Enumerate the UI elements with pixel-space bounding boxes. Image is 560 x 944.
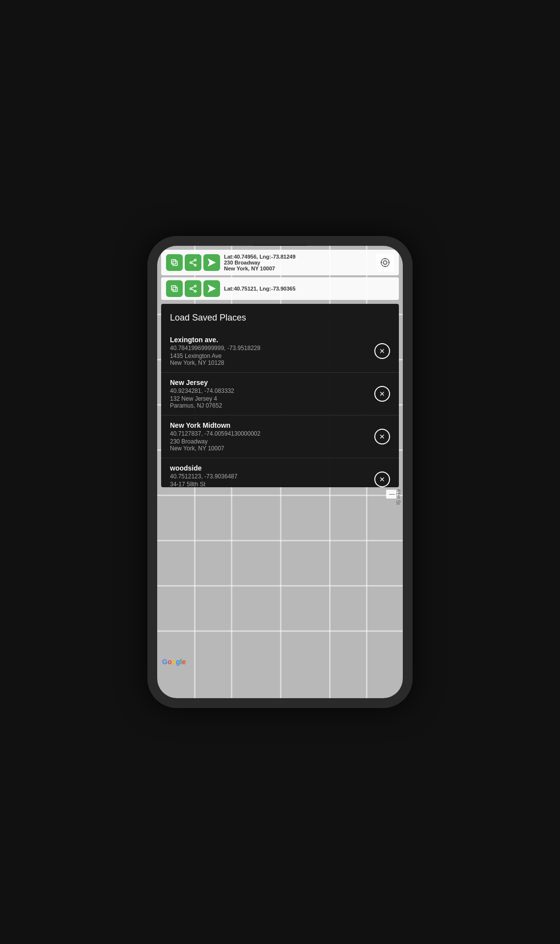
location-button-1[interactable] <box>376 254 394 271</box>
card2-coord: Lat:40.75121, Lng:-73.90365 <box>224 286 394 292</box>
google-logo: Google <box>162 658 186 666</box>
street-label: 61st St <box>395 489 401 504</box>
navigate-button-1[interactable] <box>203 254 220 271</box>
svg-point-8 <box>383 261 387 264</box>
svg-line-19 <box>192 287 194 288</box>
saved-item-info-1: New Jersey 40.9234281, -74.083332 132 Ne… <box>170 379 369 409</box>
saved-item[interactable]: Lexington ave. 40.78419969999999, -73.95… <box>161 330 399 373</box>
navigate-button-2[interactable] <box>203 280 220 297</box>
saved-item-coords-3: 40.7512123, -73.9036487 <box>170 473 369 480</box>
saved-item-name-2: New York Midtown <box>170 421 369 429</box>
copy-button-2[interactable] <box>166 280 183 297</box>
svg-rect-15 <box>171 286 176 290</box>
saved-item-name-0: Lexington ave. <box>170 336 369 344</box>
saved-item-coords-1: 40.9234281, -74.083332 <box>170 387 369 394</box>
share-button-1[interactable] <box>185 254 201 271</box>
modal-title: Load Saved Places <box>161 304 399 330</box>
saved-item-address-0: 1435 Lexington AveNew York, NY 10128 <box>170 353 369 366</box>
saved-item-info-3: woodside 40.7512123, -73.9036487 34-17 5… <box>170 464 369 487</box>
svg-rect-1 <box>171 260 176 264</box>
saved-item-address-1: 132 New Jersey 4Paramus, NJ 07652 <box>170 395 369 409</box>
card2-text: Lat:40.75121, Lng:-73.90365 <box>224 286 394 292</box>
saved-item[interactable]: woodside 40.7512123, -73.9036487 34-17 5… <box>161 458 399 487</box>
saved-item[interactable]: New York Midtown 40.7127837, -74.0059413… <box>161 415 399 458</box>
saved-item-coords-2: 40.7127837, -74.00594130000002 <box>170 430 369 437</box>
copy-button-1[interactable] <box>166 254 183 271</box>
saved-item-name-1: New Jersey <box>170 379 369 386</box>
card1-coord: Lat:40.74956, Lng:-73.81249 <box>224 254 372 260</box>
svg-marker-21 <box>208 285 215 292</box>
svg-point-18 <box>195 290 196 292</box>
svg-line-20 <box>192 289 194 291</box>
svg-marker-7 <box>208 259 215 266</box>
delete-button-2[interactable] <box>374 429 390 444</box>
info-card-1: Lat:40.74956, Lng:-73.81249 230 Broadway… <box>161 250 399 275</box>
card1-text: Lat:40.74956, Lng:-73.81249 230 Broadway… <box>224 254 372 271</box>
svg-point-17 <box>190 288 192 290</box>
card2-icons <box>166 280 220 297</box>
saved-item-address-3: 34-17 58th StWoodside, NY 11377 <box>170 481 369 487</box>
phone-frame: Lat:40.74956, Lng:-73.81249 230 Broadway… <box>147 236 413 708</box>
phone-screen: Lat:40.74956, Lng:-73.81249 230 Broadway… <box>157 246 403 698</box>
saved-places-list: Lexington ave. 40.78419969999999, -73.95… <box>161 330 399 487</box>
map-overlay: Lat:40.74956, Lng:-73.81249 230 Broadway… <box>157 246 403 671</box>
svg-point-4 <box>195 264 196 266</box>
saved-item-coords-0: 40.78419969999999, -73.9518228 <box>170 345 369 352</box>
delete-button-0[interactable] <box>374 343 390 359</box>
saved-item-address-2: 230 BroadwayNew York, NY 10007 <box>170 438 369 452</box>
svg-point-16 <box>195 285 196 287</box>
card1-icons <box>166 254 220 271</box>
saved-item-info-2: New York Midtown 40.7127837, -74.0059413… <box>170 421 369 452</box>
saved-item[interactable]: New Jersey 40.9234281, -74.083332 132 Ne… <box>161 373 399 415</box>
saved-item-name-3: woodside <box>170 464 369 472</box>
svg-point-9 <box>381 259 390 267</box>
info-card-2: Lat:40.75121, Lng:-73.90365 <box>161 277 399 300</box>
delete-button-1[interactable] <box>374 386 390 402</box>
svg-point-3 <box>190 262 192 264</box>
saved-item-info-0: Lexington ave. 40.78419969999999, -73.95… <box>170 336 369 366</box>
map-bottom-area: Google — 61st St <box>157 487 403 671</box>
saved-places-modal: Load Saved Places Lexington ave. 40.7841… <box>161 304 399 487</box>
svg-point-2 <box>195 259 196 261</box>
svg-rect-0 <box>173 261 177 266</box>
svg-line-6 <box>192 263 194 265</box>
svg-line-5 <box>192 261 194 262</box>
card1-city: New York, NY 10007 <box>224 266 372 271</box>
share-button-2[interactable] <box>185 280 201 297</box>
svg-rect-14 <box>173 287 177 292</box>
delete-button-3[interactable] <box>374 472 390 487</box>
card1-address: 230 Broadway <box>224 260 372 266</box>
